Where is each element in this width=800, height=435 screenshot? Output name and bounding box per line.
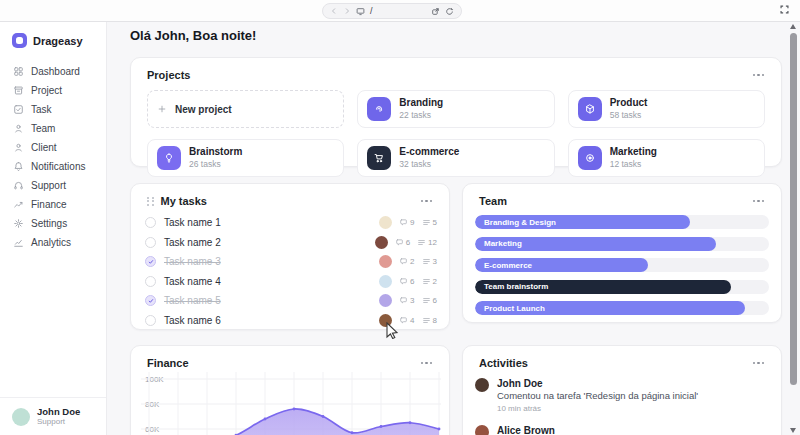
finance-title: Finance: [147, 357, 189, 369]
project-tile-product[interactable]: Product 58 tasks: [568, 90, 765, 128]
task-row[interactable]: Task name 1 9 5: [145, 213, 437, 233]
subtask-count: 2: [422, 277, 437, 286]
team-title: Team: [479, 195, 507, 207]
avatar: [375, 236, 388, 249]
comment-count: 9: [399, 218, 414, 227]
sidebar-item-team[interactable]: Team: [0, 119, 106, 138]
sidebar-item-label: Client: [31, 142, 57, 153]
team-card: Team Branding & DesignMarketingE-commerc…: [462, 183, 782, 323]
task-name: Task name 5: [164, 295, 221, 306]
finance-card: Finance 100K80K60K: [130, 345, 450, 435]
project-task-count: 12 tasks: [610, 159, 657, 170]
subtasks-icon: [422, 257, 431, 266]
sidebar-item-notifications[interactable]: Notifications: [0, 157, 106, 176]
project-tile-branding[interactable]: Branding 22 tasks: [357, 90, 554, 128]
sidebar-item-label: Analytics: [31, 237, 71, 248]
subtask-count: 3: [422, 257, 437, 266]
task-row[interactable]: Task name 3 2 3: [145, 252, 437, 272]
sidebar-menu: DashboardProjectTaskTeamClientNotificati…: [0, 58, 106, 397]
refresh-icon[interactable]: [445, 7, 454, 16]
my-tasks-card: My tasks Task name 1 9 5 Task name 2 6 1…: [130, 183, 450, 330]
subtasks-icon: [422, 218, 431, 227]
comment-count: 4: [399, 316, 414, 325]
sidebar-item-analytics[interactable]: Analytics: [0, 233, 106, 252]
team-bar-label: Team brainstorm: [484, 282, 548, 291]
sidebar-item-support[interactable]: Support: [0, 176, 106, 195]
back-icon[interactable]: [330, 7, 338, 15]
subtask-count: 6: [422, 296, 437, 305]
more-menu-icon[interactable]: [750, 197, 768, 206]
team-bar-label: Product Launch: [484, 304, 545, 313]
task-checkbox[interactable]: [145, 315, 156, 326]
task-icon: [13, 104, 24, 115]
brand-logo-icon: [12, 33, 27, 48]
project-name: E-commerce: [399, 146, 459, 159]
app-window: / Drageasy DashboardProjectTaskTeamClien…: [0, 0, 800, 435]
scrollbar-thumb[interactable]: [790, 33, 797, 385]
activities-title: Activities: [479, 357, 528, 369]
address-bar[interactable]: /: [322, 3, 462, 19]
task-checkbox[interactable]: [145, 217, 156, 228]
fullscreen-icon[interactable]: [779, 4, 790, 15]
avatar: [379, 294, 392, 307]
url-path[interactable]: /: [370, 6, 426, 16]
brand-name: Drageasy: [33, 35, 83, 47]
user-name: John Doe: [37, 406, 80, 417]
task-row[interactable]: Task name 2 6 12: [145, 233, 437, 253]
task-row[interactable]: Task name 5 3 6: [145, 291, 437, 311]
sidebar-item-project[interactable]: Project: [0, 81, 106, 100]
drag-handle-icon[interactable]: [147, 197, 155, 206]
support-icon: [13, 180, 24, 191]
forward-icon[interactable]: [343, 7, 351, 15]
project-tile-brainstorm[interactable]: Brainstorm 26 tasks: [147, 139, 344, 177]
task-checkbox[interactable]: [145, 276, 156, 287]
sidebar-item-client[interactable]: Client: [0, 138, 106, 157]
comment-count: 2: [399, 257, 414, 266]
task-checkbox[interactable]: [145, 295, 156, 306]
subtask-count: 8: [422, 316, 437, 325]
brand[interactable]: Drageasy: [0, 22, 106, 58]
sidebar-user[interactable]: John Doe Support: [0, 397, 106, 435]
sidebar-item-label: Notifications: [31, 161, 85, 172]
share-icon[interactable]: [431, 7, 440, 16]
comment-icon: [399, 257, 408, 266]
page-title: Olá John, Boa noite!: [130, 28, 256, 43]
sidebar-item-task[interactable]: Task: [0, 100, 106, 119]
client-icon: [13, 142, 24, 153]
more-menu-icon[interactable]: [750, 359, 768, 368]
task-checkbox[interactable]: [145, 237, 156, 248]
activity-item: Alice Brown Adicionou documento 'Especif…: [475, 424, 767, 435]
sidebar-item-finance[interactable]: Finance: [0, 195, 106, 214]
more-menu-icon[interactable]: [418, 197, 436, 206]
project-task-count: 22 tasks: [399, 110, 443, 121]
avatar: [379, 255, 392, 268]
gear-icon: [13, 218, 24, 229]
sidebar-item-label: Finance: [31, 199, 67, 210]
new-project-button[interactable]: New project: [147, 90, 344, 128]
avatar: [12, 408, 30, 426]
vertical-scrollbar[interactable]: [789, 24, 798, 433]
comment-count: 6: [395, 238, 410, 247]
project-tile-e-commerce[interactable]: E-commerce 32 tasks: [357, 139, 554, 177]
subtasks-icon: [417, 238, 426, 247]
task-row[interactable]: Task name 6 4 8: [145, 311, 437, 331]
scroll-down-icon[interactable]: [790, 428, 796, 433]
bell-icon: [13, 161, 24, 172]
activity-item: John Doe Comentou na tarefa 'Redesign da…: [475, 377, 767, 415]
activity-time: 10 min atrás: [497, 403, 698, 415]
sidebar: Drageasy DashboardProjectTaskTeamClientN…: [0, 22, 107, 435]
scroll-up-icon[interactable]: [790, 24, 796, 29]
more-menu-icon[interactable]: [750, 71, 768, 80]
subtask-count: 5: [422, 218, 437, 227]
comment-icon: [399, 218, 408, 227]
task-row[interactable]: Task name 4 6 2: [145, 272, 437, 292]
sidebar-item-settings[interactable]: Settings: [0, 214, 106, 233]
project-tile-marketing[interactable]: Marketing 12 tasks: [568, 139, 765, 177]
task-checkbox[interactable]: [145, 256, 156, 267]
more-menu-icon[interactable]: [418, 359, 436, 368]
team-bar: Marketing: [475, 237, 716, 251]
team-bar: E-commerce: [475, 258, 648, 272]
sidebar-item-dashboard[interactable]: Dashboard: [0, 62, 106, 81]
team-bar-track: Branding & Design: [475, 215, 769, 229]
team-bar: Product Launch: [475, 301, 745, 315]
